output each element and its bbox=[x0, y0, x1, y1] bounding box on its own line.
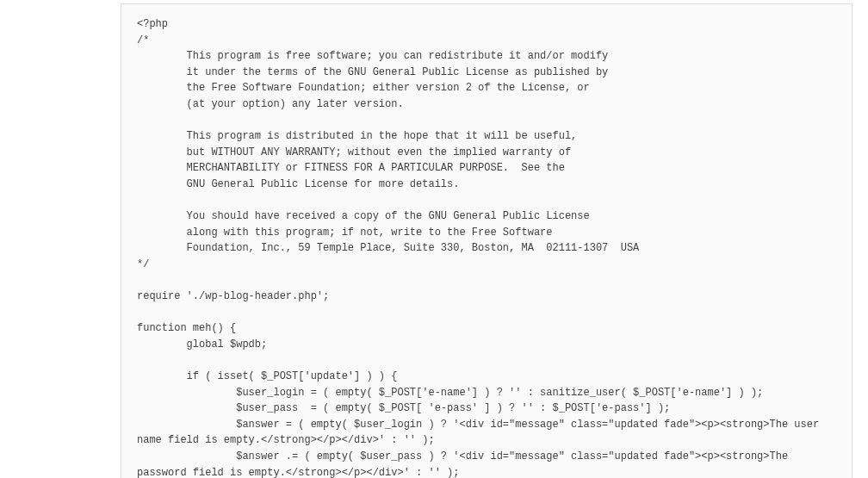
code-block[interactable]: <?php /* This program is free software; … bbox=[137, 16, 836, 478]
code-container: <?php /* This program is free software; … bbox=[121, 3, 852, 478]
